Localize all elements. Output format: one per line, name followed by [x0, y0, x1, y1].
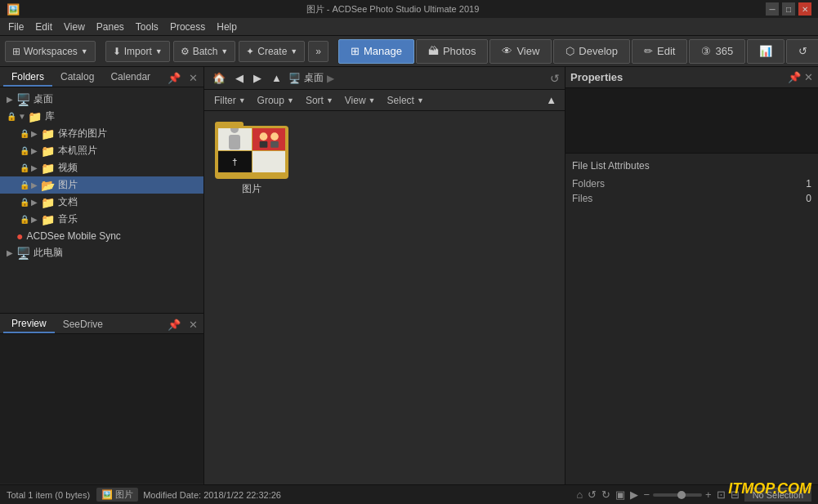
menu-panes[interactable]: Panes — [92, 20, 129, 34]
tree-arrow-pics: ▶ — [31, 181, 39, 190]
tab-view[interactable]: 👁 View — [489, 39, 552, 64]
fit-window-btn[interactable]: ⊡ — [717, 488, 726, 501]
tab-calendar[interactable]: Calendar — [102, 69, 159, 87]
status-redo-btn[interactable]: ↻ — [601, 488, 610, 501]
close-panel-button[interactable]: ✕ — [186, 72, 200, 84]
status-home-btn[interactable]: ⌂ — [577, 488, 583, 501]
lock-icon-6: 🔒 — [20, 198, 29, 207]
grid-icon: ⊞ — [12, 46, 20, 57]
lock-icon-2: 🔒 — [20, 129, 29, 138]
tree-item-docs[interactable]: 🔒 ▶ 📁 文档 — [0, 194, 203, 211]
tab-folders[interactable]: Folders — [3, 69, 52, 87]
tab-edit[interactable]: ✏ Edit — [632, 39, 687, 64]
tab-seedrive[interactable]: SeeDrive — [55, 316, 111, 332]
import-button[interactable]: ⬇ Import ▼ — [105, 41, 170, 62]
batch-icon: ⚙ — [181, 46, 190, 57]
attrs-title: File List Attributes — [572, 160, 811, 172]
zoom-track[interactable] — [653, 493, 702, 497]
lock-icon-5: 🔒 — [20, 181, 29, 190]
status-undo-btn[interactable]: ↺ — [588, 488, 597, 501]
menu-edit[interactable]: Edit — [30, 20, 57, 34]
folder-icon-open: 📂 — [41, 179, 55, 192]
preview-panel-icons: 📌 ✕ — [165, 319, 200, 331]
back-button[interactable]: ◀ — [232, 70, 247, 86]
preview-panel: Preview SeeDrive 📌 ✕ — [0, 313, 203, 484]
selection-status: No Selection — [744, 488, 811, 502]
tree-item-library[interactable]: 🔒 ▼ 📁 库 — [0, 108, 203, 125]
tab-365[interactable]: ③ 365 — [689, 39, 745, 64]
menu-view[interactable]: View — [59, 20, 90, 34]
group-button[interactable]: Group ▼ — [253, 93, 299, 108]
tree-item-desktop[interactable]: ▶ 🖥️ 桌面 — [0, 91, 203, 108]
tree-arrow-docs: ▶ — [31, 198, 39, 207]
attr-row-folders: Folders 1 — [572, 176, 811, 191]
status-play-btn[interactable]: ▶ — [630, 488, 638, 501]
home-button[interactable]: 🏠 — [209, 70, 229, 86]
zoom-in-icon[interactable]: + — [705, 488, 712, 501]
scroll-up-button[interactable]: ▲ — [543, 92, 560, 108]
select-chevron: ▼ — [417, 96, 424, 105]
tree-item-mobile[interactable]: ▶ ● ACDSee Mobile Sync — [0, 228, 203, 244]
view-button[interactable]: View ▼ — [340, 93, 381, 108]
status-middle: 🖼️ 图片 Modified Date: 2018/1/22 22:32:26 — [96, 488, 281, 502]
batch-button[interactable]: ⚙ Batch ▼ — [173, 41, 236, 62]
tree-item-pictures[interactable]: 🔒 ▶ 📂 图片 — [0, 176, 203, 194]
actual-size-btn[interactable]: ⊟ — [731, 488, 740, 501]
tree-item-video[interactable]: 🔒 ▶ 📁 视频 — [0, 159, 203, 176]
close-preview-button[interactable]: ✕ — [186, 319, 200, 331]
tab-develop[interactable]: ⬡ Develop — [553, 39, 630, 64]
maximize-button[interactable]: □ — [782, 2, 795, 16]
tab-extra[interactable]: ↺ — [786, 39, 818, 64]
tree-item-saved[interactable]: 🔒 ▶ 📁 保存的图片 — [0, 125, 203, 142]
group-chevron: ▼ — [287, 96, 294, 105]
file-item-pictures[interactable]: † 图片 — [211, 118, 293, 200]
extra-icon: ↺ — [798, 45, 807, 57]
sort-chevron: ▼ — [326, 96, 333, 105]
menu-file[interactable]: File — [3, 20, 29, 34]
tab-catalog[interactable]: Catalog — [52, 69, 102, 87]
svg-point-0 — [230, 128, 239, 133]
close-props-button[interactable]: ✕ — [804, 71, 813, 83]
tab-preview[interactable]: Preview — [3, 315, 55, 333]
props-attrs: File List Attributes Folders 1 Files 0 — [565, 154, 818, 212]
workspaces-button[interactable]: ⊞ Workspaces ▼ — [5, 41, 96, 62]
up-button[interactable]: ▲ — [268, 70, 285, 86]
folder-icon-local: 📁 — [41, 145, 55, 158]
more-button[interactable]: » — [308, 41, 329, 62]
forward-button[interactable]: ▶ — [250, 70, 265, 86]
photos-icon: 🏔 — [428, 45, 439, 57]
panel-tabs: Folders Catalog Calendar 📌 ✕ — [0, 67, 203, 87]
tree-item-localphoto[interactable]: 🔒 ▶ 📁 本机照片 — [0, 142, 203, 159]
tree-item-music[interactable]: 🔒 ▶ 📁 音乐 — [0, 211, 203, 228]
pin-button[interactable]: 📌 — [165, 72, 183, 84]
lock-icon-3: 🔒 — [20, 146, 29, 155]
path-label: 桌面 — [304, 71, 324, 85]
status-panel-btn[interactable]: ▣ — [615, 488, 625, 501]
attr-row-files: Files 0 — [572, 191, 811, 206]
select-button[interactable]: Select ▼ — [382, 93, 429, 108]
tree-item-thispc[interactable]: ▶ 🖥️ 此电脑 — [0, 244, 203, 261]
tab-manage[interactable]: ⊞ Manage — [338, 39, 414, 64]
zoom-out-icon[interactable]: − — [643, 488, 650, 501]
tab-stats[interactable]: 📊 — [747, 39, 784, 64]
menu-help[interactable]: Help — [212, 20, 242, 34]
menu-process[interactable]: Process — [165, 20, 210, 34]
manage-icon: ⊞ — [351, 45, 360, 57]
sort-button[interactable]: Sort ▼ — [301, 93, 338, 108]
filter-button[interactable]: Filter ▼ — [209, 93, 251, 108]
action-bar: Filter ▼ Group ▼ Sort ▼ View ▼ Select ▼ … — [204, 90, 565, 111]
menu-tools[interactable]: Tools — [131, 20, 163, 34]
create-button[interactable]: ✦ Create ▼ — [239, 41, 305, 62]
pin-preview-button[interactable]: 📌 — [165, 319, 183, 331]
minimize-button[interactable]: ─ — [766, 2, 779, 16]
pin-props-button[interactable]: 📌 — [788, 71, 801, 83]
svg-rect-4 — [259, 141, 267, 148]
tree-arrow: ▶ — [7, 95, 15, 104]
close-button[interactable]: ✕ — [798, 2, 811, 16]
refresh-button[interactable]: ↺ — [550, 72, 560, 85]
view-chevron: ▼ — [369, 96, 376, 105]
tab-photos[interactable]: 🏔 Photos — [416, 39, 488, 64]
create-icon: ✦ — [246, 46, 254, 57]
thumb-1 — [218, 128, 252, 150]
thumb-3: † — [218, 151, 252, 173]
